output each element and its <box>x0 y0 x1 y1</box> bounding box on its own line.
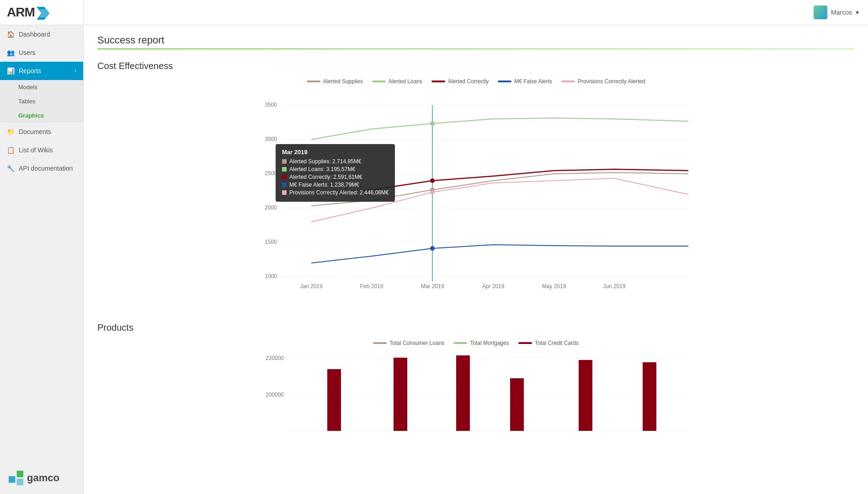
svg-rect-37 <box>510 378 524 431</box>
svg-text:1500: 1500 <box>265 239 277 245</box>
chevron-right-icon: › <box>75 68 76 74</box>
legend-alerted-supplies: Alerted Supplies <box>307 78 363 85</box>
users-icon: 👥 <box>7 49 14 56</box>
user-dropdown-icon: ▾ <box>856 9 859 16</box>
legend-alerted-loans: Alerted Loans <box>372 78 422 85</box>
logo-area: ARM <box>0 0 83 25</box>
app-logo: ARM <box>7 5 49 20</box>
svg-text:Feb 2019: Feb 2019 <box>360 283 383 290</box>
wikis-icon: 📋 <box>7 146 14 154</box>
svg-text:Jan 2019: Jan 2019 <box>300 283 323 290</box>
cost-effectiveness-title: Cost Effectiveness <box>97 61 854 71</box>
svg-rect-2 <box>9 476 15 483</box>
cost-effectiveness-chart: Alerted Supplies Alerted Loans Alerted C… <box>97 78 854 309</box>
legend-credit-cards: Total Credit Cards <box>518 340 579 346</box>
products-legend: Total Consumer Loans Total Mortgages Tot… <box>97 340 854 346</box>
sidebar-item-models[interactable]: Models <box>0 80 83 94</box>
title-divider <box>97 48 854 49</box>
svg-text:3000: 3000 <box>265 136 277 142</box>
sidebar-item-graphics[interactable]: Graphics <box>0 108 83 123</box>
page-title: Success report <box>97 34 854 46</box>
products-title: Products <box>97 322 854 333</box>
legend-color-consumer <box>373 342 387 344</box>
svg-rect-35 <box>394 358 407 431</box>
reports-icon: 📊 <box>7 67 14 75</box>
legend-label-provisions: Provisions Correctly Alerted <box>578 78 645 85</box>
svg-text:200000: 200000 <box>266 392 284 398</box>
svg-text:1000: 1000 <box>265 273 277 279</box>
sidebar-item-reports[interactable]: 📊 Reports › <box>0 62 83 80</box>
legend-color-loans <box>372 81 386 82</box>
gamco-text: gamco <box>27 472 59 484</box>
legend-label-loans: Alerted Loans <box>389 78 422 85</box>
api-icon: 🔧 <box>7 165 14 172</box>
legend-label-credit: Total Credit Cards <box>535 340 579 346</box>
sidebar-item-documents[interactable]: 📁 Documents <box>0 123 83 141</box>
svg-point-27 <box>430 190 435 194</box>
cost-chart-svg: 3500 3000 2500 2000 1500 1000 <box>97 89 854 309</box>
svg-text:Apr 2019: Apr 2019 <box>482 283 505 290</box>
legend-color-mortgages <box>453 342 467 344</box>
svg-text:May 2019: May 2019 <box>542 283 566 290</box>
reports-submenu: Models Tables Graphics <box>0 80 83 123</box>
cost-chart-svg-wrapper: 3500 3000 2500 2000 1500 1000 <box>97 89 854 309</box>
svg-text:2500: 2500 <box>265 170 277 177</box>
sidebar-item-dashboard[interactable]: 🏠 Dashboard <box>0 25 83 43</box>
svg-text:Mar 2019: Mar 2019 <box>421 283 444 290</box>
user-avatar <box>814 5 827 19</box>
svg-text:3500: 3500 <box>265 102 277 108</box>
sidebar-item-api[interactable]: 🔧 API documentation <box>0 159 83 177</box>
legend-mortgages: Total Mortgages <box>453 340 509 346</box>
legend-color-false <box>498 81 511 82</box>
top-bar: Marcos ▾ <box>84 0 868 25</box>
cost-chart-legend: Alerted Supplies Alerted Loans Alerted C… <box>97 78 854 85</box>
home-icon: 🏠 <box>7 31 14 38</box>
page-content: Success report Cost Effectiveness Alerte… <box>84 25 868 494</box>
legend-alerted-correctly: Alerted Correctly <box>431 78 489 85</box>
products-chart-svg: 220000 200000 <box>97 351 854 442</box>
legend-color-supplies <box>307 81 320 82</box>
legend-label-supplies: Alerted Supplies <box>323 78 363 85</box>
svg-point-26 <box>430 178 435 183</box>
main-nav: 🏠 Dashboard 👥 Users 📊 Reports › Models T… <box>0 25 83 177</box>
svg-point-28 <box>430 246 435 251</box>
legend-label-correctly: Alerted Correctly <box>448 78 489 85</box>
svg-rect-4 <box>17 479 23 485</box>
products-chart: Total Consumer Loans Total Mortgages Tot… <box>97 340 854 442</box>
legend-false-alerts: M€ False Alerts <box>498 78 552 85</box>
legend-label-consumer: Total Consumer Loans <box>389 340 444 346</box>
sidebar-footer: gamco <box>0 462 83 494</box>
svg-rect-36 <box>456 355 470 431</box>
user-menu[interactable]: Marcos ▾ <box>814 5 859 19</box>
legend-provisions: Provisions Correctly Alerted <box>561 78 645 85</box>
svg-rect-38 <box>579 360 592 431</box>
legend-color-credit <box>518 342 532 344</box>
svg-point-24 <box>430 121 435 126</box>
svg-rect-34 <box>327 369 341 431</box>
svg-rect-39 <box>643 362 656 431</box>
documents-icon: 📁 <box>7 128 14 135</box>
main-content: Marcos ▾ Success report Cost Effectivene… <box>84 0 868 494</box>
sidebar: ARM 🏠 Dashboard 👥 Users 📊 Reports › Mode… <box>0 0 84 494</box>
svg-rect-3 <box>17 471 23 477</box>
user-name: Marcos <box>831 9 852 16</box>
sidebar-item-tables[interactable]: Tables <box>0 94 83 108</box>
legend-consumer-loans: Total Consumer Loans <box>373 340 444 346</box>
svg-text:220000: 220000 <box>266 355 284 361</box>
sidebar-item-users[interactable]: 👥 Users <box>0 43 83 62</box>
legend-color-correctly <box>431 81 445 82</box>
svg-text:Jun 2019: Jun 2019 <box>603 283 626 290</box>
legend-label-mortgages: Total Mortgages <box>470 340 509 346</box>
sidebar-item-wikis[interactable]: 📋 List of Wikis <box>0 141 83 159</box>
legend-color-provisions <box>561 81 575 82</box>
svg-text:2000: 2000 <box>265 204 277 211</box>
legend-label-false: M€ False Alerts <box>514 78 552 85</box>
gamco-logo-icon <box>7 469 25 487</box>
